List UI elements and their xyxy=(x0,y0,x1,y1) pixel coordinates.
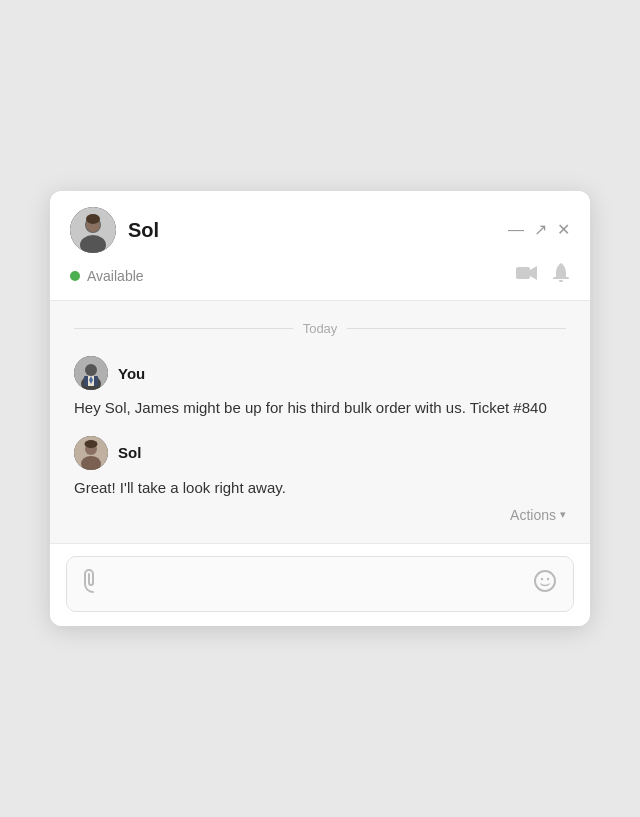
you-author-name: You xyxy=(118,365,145,382)
notification-bell-icon[interactable] xyxy=(552,263,570,288)
svg-point-19 xyxy=(541,578,543,580)
actions-row: Actions ▾ xyxy=(74,507,566,523)
close-button[interactable]: ✕ xyxy=(557,222,570,238)
header-action-icons xyxy=(516,263,570,288)
date-divider: Today xyxy=(74,321,566,336)
minimize-button[interactable]: — xyxy=(508,222,524,238)
svg-point-20 xyxy=(547,578,549,580)
status-text: Available xyxy=(87,268,144,284)
chat-header: Sol — ↗ ✕ Available xyxy=(50,191,590,301)
contact-name: Sol xyxy=(128,219,159,242)
svg-marker-6 xyxy=(530,266,537,280)
actions-label: Actions xyxy=(510,507,556,523)
message-input[interactable] xyxy=(103,575,533,592)
input-box xyxy=(66,556,574,612)
sol-message-text: Great! I'll take a look right away. xyxy=(74,476,566,499)
svg-rect-5 xyxy=(516,267,530,279)
contact-info: Sol xyxy=(70,207,159,253)
chat-body: Today You xyxy=(50,301,590,543)
svg-point-4 xyxy=(86,214,100,224)
you-message-text: Hey Sol, James might be up for his third… xyxy=(74,396,566,419)
chat-window: Sol — ↗ ✕ Available xyxy=(50,191,590,626)
svg-rect-7 xyxy=(559,280,563,282)
divider-line-right xyxy=(347,328,566,329)
maximize-button[interactable]: ↗ xyxy=(534,222,547,238)
svg-point-9 xyxy=(85,364,97,376)
input-area xyxy=(50,543,590,626)
message-block-sol: Sol Great! I'll take a look right away. … xyxy=(74,436,566,523)
window-controls: — ↗ ✕ xyxy=(508,222,570,238)
svg-point-18 xyxy=(535,571,555,591)
sol-author-name: Sol xyxy=(118,444,141,461)
emoji-icon[interactable] xyxy=(533,569,557,599)
you-avatar xyxy=(74,356,108,390)
sol-avatar xyxy=(74,436,108,470)
video-icon[interactable] xyxy=(516,265,538,286)
status-dot xyxy=(70,271,80,281)
chevron-down-icon: ▾ xyxy=(560,508,566,521)
date-label: Today xyxy=(303,321,338,336)
actions-button[interactable]: Actions ▾ xyxy=(510,507,566,523)
status-row: Available xyxy=(70,268,144,284)
message-author-row-you: You xyxy=(74,356,566,390)
contact-avatar xyxy=(70,207,116,253)
message-block-you: You Hey Sol, James might be up for his t… xyxy=(74,356,566,419)
attach-icon[interactable] xyxy=(83,568,103,600)
message-author-row-sol: Sol xyxy=(74,436,566,470)
svg-point-17 xyxy=(85,440,98,448)
divider-line-left xyxy=(74,328,293,329)
